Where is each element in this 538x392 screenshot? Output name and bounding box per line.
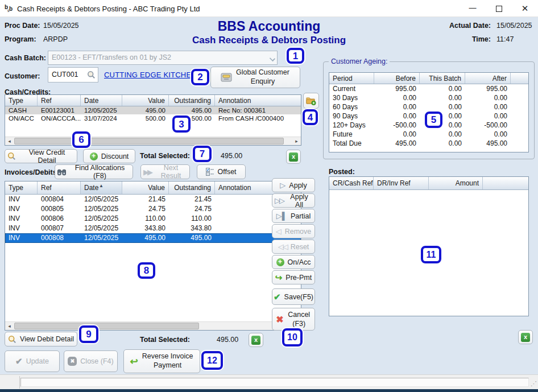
close-f4-button[interactable]: ✖Close (F4) <box>64 350 118 372</box>
cash-batch-value: E00123 - EFT/Transfers on 01 by JS2 <box>52 53 171 61</box>
add-folder-button[interactable] <box>303 93 319 109</box>
scroll-left-icon[interactable]: ◂ <box>5 322 14 330</box>
column-header[interactable]: DR/Inv Ref <box>374 177 429 189</box>
cell-this-batch: 0.00 <box>420 93 465 102</box>
credit-total-selected-label: Total Selected: <box>140 152 190 160</box>
table-row[interactable]: 30 Days 0.00 0.00 0.00 <box>329 93 528 102</box>
chevron-down-icon[interactable] <box>270 56 275 61</box>
view-credit-detail-label: View Credit Detail <box>19 148 75 164</box>
debit-excel-export-button[interactable]: x <box>249 333 263 347</box>
cell-type: ON/ACC <box>5 114 38 122</box>
table-row[interactable]: Current 995.00 0.00 995.00 <box>329 84 528 93</box>
column-header[interactable]: This Batch <box>420 73 465 84</box>
table-row[interactable]: 60 Days 0.00 0.00 0.00 <box>329 102 528 112</box>
cell-date: 12/05/2025 <box>81 204 122 214</box>
invoices-hscrollbar[interactable]: ◂ ▸ <box>5 321 301 330</box>
binoculars-icon <box>57 168 66 176</box>
view-credit-detail-button[interactable]: View Credit Detail <box>5 149 77 163</box>
remove-label: Remove <box>285 228 312 236</box>
resize-grip-icon[interactable]: ⋰ <box>531 380 537 387</box>
invoices-debits-table: Type Ref ▲ Date Value Outstanding Annota… <box>5 181 301 331</box>
global-customer-enquiry-button[interactable]: Global Customer Enquiry <box>210 67 300 88</box>
excel-export-icon: x <box>521 333 530 342</box>
table-row[interactable]: ON/ACC ON/ACCCA... 31/07/2024 500.00 500… <box>5 114 301 122</box>
cancel-button[interactable]: ✖Cancel (F3) <box>272 308 315 331</box>
scroll-left-icon[interactable]: ◂ <box>5 137 14 145</box>
reset-button[interactable]: ◁◁Reset <box>272 240 315 254</box>
cash-batch-combobox[interactable]: E00123 - EFT/Transfers on 01 by JS2 <box>48 51 278 65</box>
pre-pmt-button[interactable]: ↪Pre-Pmt <box>272 270 315 284</box>
table-row-selected[interactable]: INV 000808 12/05/2025 495.00 495.00 <box>5 233 301 243</box>
scroll-thumb[interactable] <box>14 138 284 145</box>
annotation-1: 1 <box>287 48 304 64</box>
customer-lookup-icon[interactable] <box>87 71 96 79</box>
column-header[interactable]: Outstanding <box>169 181 215 194</box>
view-debit-detail-button[interactable]: View Debit Detail <box>5 332 77 346</box>
reverse-invoice-payment-button[interactable]: ↩Reverse Invoice Payment <box>123 349 200 373</box>
cell-type: CASH <box>5 106 38 114</box>
column-header[interactable]: Period <box>329 73 374 84</box>
table-row[interactable]: CASH E00123001 12/05/2025 495.00 495.00 … <box>5 106 301 114</box>
column-header[interactable]: Type <box>5 95 38 106</box>
table-row[interactable]: Total Due 495.00 0.00 495.00 <box>329 139 528 148</box>
scroll-thumb[interactable] <box>14 323 199 329</box>
column-header-date-sorted[interactable]: ▲ Date <box>81 181 122 194</box>
close-button[interactable]: ✕ <box>512 0 538 17</box>
annotation-6: 6 <box>72 131 90 148</box>
magnifier-icon <box>8 335 16 344</box>
cash-credits-hscrollbar[interactable]: ◂ ▸ <box>5 137 301 145</box>
column-header[interactable]: After <box>465 73 511 84</box>
table-row[interactable]: INV 000804 12/05/2025 21.45 21.45 <box>5 195 301 204</box>
next-result-button[interactable]: ▶▶ Next Result <box>140 164 190 179</box>
column-header[interactable]: Amount <box>429 177 483 189</box>
column-header[interactable]: CR/Cash Ref <box>329 177 374 189</box>
apply-button[interactable]: ▷Apply <box>272 178 315 192</box>
time-label: Time: <box>424 35 491 43</box>
cell-type: INV <box>5 224 38 233</box>
column-header[interactable]: Annotation <box>215 95 301 106</box>
column-header[interactable]: Value <box>122 95 169 106</box>
remove-icon: ◁ <box>276 228 282 235</box>
table-row[interactable]: Future 0.00 0.00 0.00 <box>329 130 528 139</box>
maximize-button[interactable] <box>486 0 512 17</box>
discount-button[interactable]: + Discount <box>83 149 135 163</box>
cell-outstanding: 343.80 <box>169 224 215 233</box>
app-icon: b s b <box>4 3 14 14</box>
partial-button[interactable]: ▷▌Partial <box>272 209 315 223</box>
on-acc-button[interactable]: +On/Acc <box>272 255 315 269</box>
save-button[interactable]: ✔Save(F5) <box>272 288 315 305</box>
offset-button[interactable]: Offset <box>197 164 246 179</box>
apply-all-icon: ▷▷ <box>275 197 284 204</box>
column-header[interactable]: Type <box>5 181 38 194</box>
credit-excel-export-button[interactable]: x <box>286 150 301 164</box>
save-check-icon: ✔ <box>274 292 281 302</box>
minimize-button[interactable]: — <box>460 0 486 17</box>
find-allocations-button[interactable]: Find Allocations (F8) <box>55 164 133 179</box>
scroll-right-icon[interactable]: ▸ <box>292 137 301 145</box>
cell-value: 500.00 <box>122 114 169 122</box>
column-header[interactable]: Before <box>374 73 420 84</box>
cell-before: 495.00 <box>374 139 420 148</box>
reverse-invoice-payment-label: Reverse Invoice Payment <box>142 352 194 370</box>
column-header[interactable]: Outstanding <box>169 95 215 106</box>
reset-label: Reset <box>291 243 309 251</box>
cell-before: 0.00 <box>374 93 420 102</box>
column-header[interactable]: Ref <box>38 95 81 106</box>
on-acc-label: On/Acc <box>288 258 311 266</box>
cell-period: 120+ Days <box>329 121 374 130</box>
table-row[interactable]: INV 000805 12/05/2025 24.75 24.75 <box>5 204 301 214</box>
table-row[interactable]: INV 000807 12/05/2025 343.80 343.80 <box>5 224 301 233</box>
column-header[interactable]: Value <box>122 181 169 194</box>
customer-code-field[interactable]: CUT001 <box>48 67 98 82</box>
cell-date: 12/05/2025 <box>81 233 122 243</box>
table-row[interactable]: INV 000806 12/05/2025 110.00 110.00 <box>5 214 301 224</box>
posted-excel-export-button[interactable]: x <box>518 330 533 344</box>
apply-all-button[interactable]: ▷▷Apply All <box>272 193 315 208</box>
customer-name-link[interactable]: CUTTING EDGE KITCHENS <box>104 71 202 79</box>
remove-button[interactable]: ◁Remove <box>272 224 315 238</box>
cell-before: 0.00 <box>374 112 420 121</box>
update-button[interactable]: ✔Update <box>5 350 60 372</box>
column-header[interactable]: Date <box>81 95 122 106</box>
column-header[interactable]: Ref <box>38 181 81 194</box>
close-f4-label: Close (F4) <box>80 357 113 365</box>
